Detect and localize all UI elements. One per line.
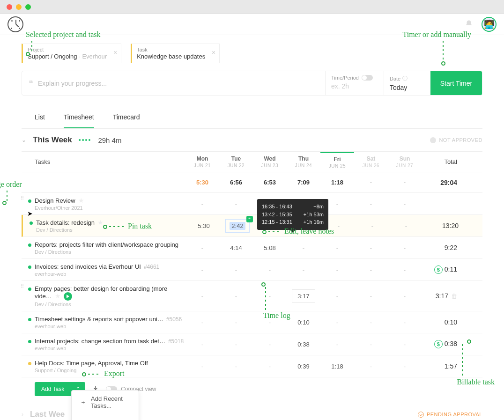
time-cell[interactable]: - bbox=[185, 293, 219, 300]
time-cell[interactable]: - bbox=[356, 222, 389, 229]
time-cell[interactable]: - bbox=[253, 293, 287, 300]
drag-handle-icon[interactable]: ⠿ bbox=[21, 286, 24, 287]
time-cell[interactable]: - bbox=[320, 341, 354, 348]
time-cell[interactable]: - bbox=[219, 293, 253, 300]
notifications-icon[interactable] bbox=[465, 20, 473, 29]
time-cell[interactable]: - bbox=[287, 244, 320, 251]
time-cell[interactable]: - bbox=[185, 266, 219, 273]
time-cell[interactable]: - bbox=[389, 222, 423, 229]
time-cell[interactable]: - bbox=[320, 266, 354, 273]
task-name: Invoices: send invoices via Everhour UI bbox=[35, 263, 141, 270]
play-icon[interactable] bbox=[64, 292, 72, 301]
drag-handle-icon[interactable]: ⠿ bbox=[21, 198, 24, 199]
task-chip[interactable]: Task Knowledge base updates × bbox=[131, 44, 220, 63]
time-cell[interactable]: 1:18 bbox=[320, 363, 354, 370]
column-wed: WedJUN 23 bbox=[253, 153, 287, 171]
time-cell[interactable]: 3:17 bbox=[287, 289, 320, 303]
progress-input[interactable]: ❝ Explain your progress... bbox=[22, 71, 325, 95]
window-close-dot[interactable] bbox=[7, 4, 12, 10]
dropdown-add-timeoff[interactable]: ✈ Add Time Off... bbox=[72, 414, 139, 420]
time-cell[interactable]: - bbox=[253, 319, 287, 326]
time-cell[interactable]: - bbox=[219, 363, 253, 370]
time-cell[interactable]: - bbox=[253, 266, 287, 273]
time-cell[interactable]: - bbox=[185, 363, 219, 370]
add-task-dropdown: ＋ Add Recent Tasks... ✈ Add Time Off... bbox=[71, 390, 139, 420]
star-icon[interactable]: ★ bbox=[78, 197, 84, 204]
time-cell[interactable]: - bbox=[185, 319, 219, 326]
time-cell[interactable]: 0:38 bbox=[287, 341, 320, 348]
tab-list[interactable]: List bbox=[35, 107, 45, 128]
row-total: 9:22 bbox=[422, 244, 459, 251]
time-cell[interactable]: - bbox=[320, 319, 354, 326]
time-cell[interactable]: - bbox=[185, 200, 219, 207]
start-timer-button[interactable]: Start Timer bbox=[430, 71, 482, 95]
task-chip-close-icon[interactable]: × bbox=[212, 49, 215, 56]
time-cell[interactable]: - bbox=[185, 341, 219, 348]
task-row[interactable]: Reports: projects filter with client/wor… bbox=[22, 237, 185, 258]
collapse-week-icon[interactable]: ⌄ bbox=[22, 137, 26, 143]
project-chip[interactable]: Project Support / Ongoing · Everhour × bbox=[22, 44, 121, 63]
task-row[interactable]: ⠿Design Review★Everhour/Other 2021➤ bbox=[22, 193, 185, 214]
time-cell[interactable]: - bbox=[388, 363, 422, 370]
dropdown-add-recent[interactable]: ＋ Add Recent Tasks... bbox=[72, 391, 139, 414]
star-icon[interactable]: ★ bbox=[55, 292, 61, 300]
time-cell[interactable]: - bbox=[388, 200, 422, 207]
task-chip-value: Knowledge base updates bbox=[137, 53, 205, 60]
task-id: #5018 bbox=[168, 338, 184, 345]
tab-timecard[interactable]: Timecard bbox=[113, 107, 140, 128]
time-cell[interactable]: 4:14 bbox=[219, 244, 253, 251]
time-cell[interactable]: - bbox=[388, 266, 422, 273]
time-cell[interactable]: - bbox=[253, 363, 287, 370]
tab-timesheet[interactable]: Timesheet bbox=[64, 107, 94, 128]
window-minimize-dot[interactable] bbox=[16, 4, 22, 10]
time-cell[interactable]: - bbox=[287, 266, 320, 273]
project-chip-label: Project bbox=[28, 47, 107, 52]
user-avatar[interactable]: 🧑‍💻 bbox=[482, 17, 497, 32]
time-period-field[interactable]: Time/Period ex. 2h bbox=[325, 71, 384, 95]
project-chip-close-icon[interactable]: × bbox=[113, 49, 117, 56]
task-name: Internal projects: change section from t… bbox=[35, 338, 165, 345]
trash-icon[interactable]: 🗑 bbox=[451, 293, 457, 300]
time-cell[interactable]: - bbox=[354, 341, 388, 348]
time-cell[interactable]: - bbox=[388, 244, 422, 251]
time-cell[interactable]: 0:39 bbox=[287, 363, 320, 370]
time-cell[interactable]: - bbox=[354, 200, 388, 207]
task-row[interactable]: Task details: redesign★Dev / Directions bbox=[23, 215, 187, 236]
time-cell[interactable]: - bbox=[185, 244, 219, 251]
time-cell[interactable]: - bbox=[354, 319, 388, 326]
task-name: Design Review bbox=[35, 197, 75, 204]
window-maximize-dot[interactable] bbox=[25, 4, 31, 10]
time-cell[interactable]: 0:10 bbox=[287, 319, 320, 326]
star-icon[interactable]: ★ bbox=[97, 219, 104, 226]
task-sub: Dev / Directions bbox=[36, 227, 187, 233]
time-cell[interactable]: - bbox=[219, 341, 253, 348]
task-sub: Dev / Directions bbox=[35, 249, 185, 255]
task-row[interactable]: Timesheet settings & reports sort popove… bbox=[22, 311, 185, 333]
time-cell[interactable]: - bbox=[388, 319, 422, 326]
time-cell[interactable]: - bbox=[219, 319, 253, 326]
time-cell[interactable]: 5:30 bbox=[187, 222, 221, 229]
time-cell[interactable]: - bbox=[320, 293, 354, 300]
task-id: #5056 bbox=[166, 316, 182, 323]
time-cell[interactable]: 2:42❝ bbox=[221, 219, 254, 233]
time-cell[interactable]: - bbox=[354, 293, 388, 300]
collapse-last-week-icon[interactable]: › bbox=[22, 411, 23, 418]
time-cell[interactable]: - bbox=[219, 200, 253, 207]
time-cell[interactable]: - bbox=[354, 244, 388, 251]
time-cell[interactable]: - bbox=[354, 363, 388, 370]
task-row[interactable]: ⠿Empty pages: better design for onboardi… bbox=[22, 281, 185, 311]
time-cell[interactable]: - bbox=[388, 341, 422, 348]
time-period-toggle[interactable] bbox=[362, 75, 373, 81]
task-row[interactable]: Help Docs: Time page, Approval, Time Off… bbox=[22, 355, 185, 377]
task-row[interactable]: Internal projects: change section from t… bbox=[22, 333, 185, 355]
time-cell[interactable]: - bbox=[320, 244, 354, 251]
app-logo[interactable] bbox=[7, 16, 23, 32]
time-cell[interactable]: - bbox=[388, 293, 422, 300]
time-cell[interactable]: - bbox=[253, 341, 287, 348]
date-field[interactable]: Dateⓘ Today bbox=[384, 71, 430, 95]
note-indicator-icon[interactable]: ❝ bbox=[246, 216, 253, 222]
task-row[interactable]: Invoices: send invoices via Everhour UI#… bbox=[22, 259, 185, 280]
time-cell[interactable]: - bbox=[219, 266, 253, 273]
time-cell[interactable]: 5:08 bbox=[253, 244, 287, 251]
time-cell[interactable]: - bbox=[354, 266, 388, 273]
